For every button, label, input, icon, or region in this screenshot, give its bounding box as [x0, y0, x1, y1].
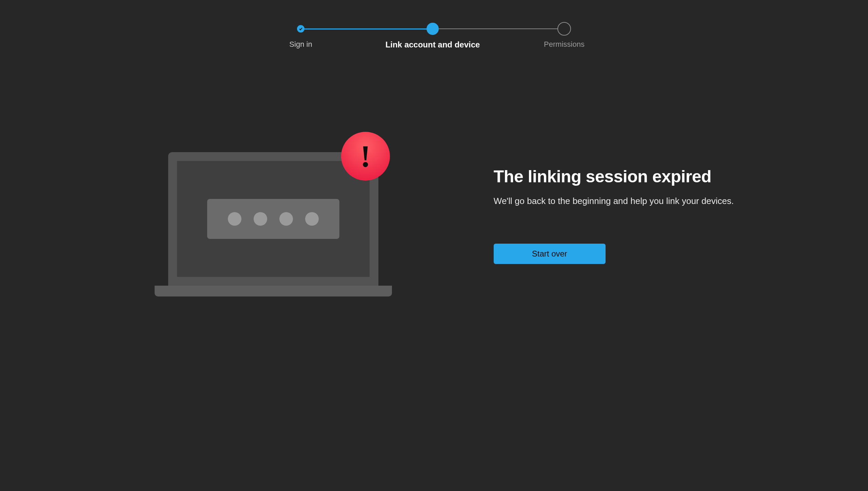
page-subtitle: We'll go back to the beginning and help …: [494, 196, 734, 206]
laptop-illustration: !: [155, 134, 392, 296]
start-over-button[interactable]: Start over: [494, 244, 606, 264]
page-title: The linking session expired: [494, 167, 734, 186]
step-completed-icon: [297, 25, 304, 33]
message-panel: The linking session expired We'll go bac…: [494, 167, 734, 264]
step-permissions: Permissions: [557, 25, 571, 36]
step-label: Sign in: [289, 40, 312, 49]
exclamation-icon: !: [341, 132, 390, 181]
step-link-account: Link account and device: [427, 25, 439, 35]
step-upcoming-icon: [557, 22, 571, 36]
main-content: ! The linking session expired We'll go b…: [0, 134, 868, 296]
code-dot: [305, 212, 319, 226]
step-connector: [304, 28, 427, 29]
step-label: Link account and device: [386, 40, 480, 49]
code-dot: [279, 212, 293, 226]
step-current-icon: [427, 23, 439, 35]
code-entry-box: [207, 199, 339, 239]
code-dot: [228, 212, 241, 226]
step-sign-in: Sign in: [297, 25, 304, 33]
progress-stepper: Sign in Link account and device Permissi…: [0, 0, 868, 36]
step-label: Permissions: [544, 40, 585, 49]
laptop-base-icon: [155, 286, 392, 296]
step-connector: [439, 28, 557, 29]
code-dot: [254, 212, 267, 226]
